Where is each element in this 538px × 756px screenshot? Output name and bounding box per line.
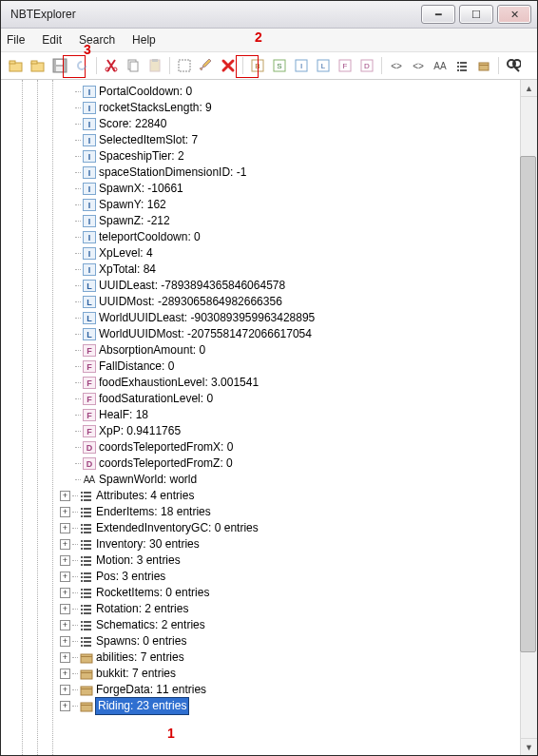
tree-node[interactable]: FAbsorptionAmount: 0 [1, 342, 537, 359]
tree-node[interactable]: FHealF: 18 [1, 407, 537, 423]
expand-icon[interactable]: + [60, 652, 70, 663]
tree-node[interactable]: +EnderItems: 18 entries [1, 504, 537, 520]
save-button[interactable] [50, 56, 69, 75]
menu-help[interactable]: Help [132, 33, 156, 47]
tag-intarray-button[interactable]: <> [409, 56, 428, 75]
tag-long-button[interactable]: L [314, 56, 333, 75]
tag-short-button[interactable]: S [270, 56, 289, 75]
scroll-thumb[interactable] [520, 156, 536, 652]
tree-node[interactable]: +Schematics: 2 entries [1, 617, 537, 633]
svg-rect-143 [84, 641, 91, 643]
delete-button[interactable] [219, 56, 238, 75]
tree-node[interactable]: DcoordsTeleportedFromZ: 0 [1, 456, 537, 472]
svg-rect-109 [84, 548, 91, 550]
scroll-up-button[interactable]: ▲ [521, 80, 537, 97]
svg-rect-140 [81, 637, 83, 639]
menu-edit[interactable]: Edit [42, 33, 62, 47]
rename-button[interactable] [175, 56, 194, 75]
tag-float-button[interactable]: F [336, 56, 355, 75]
refresh-button[interactable] [72, 56, 91, 75]
svg-text:<>: <> [391, 61, 402, 71]
scroll-down-button[interactable]: ▼ [521, 738, 537, 755]
window-minimize-button[interactable]: ━ [421, 5, 455, 24]
svg-rect-119 [84, 576, 91, 578]
expand-icon[interactable]: + [60, 507, 70, 517]
expand-icon[interactable]: + [60, 588, 70, 598]
expand-icon[interactable]: + [60, 669, 70, 679]
copy-button[interactable] [124, 56, 143, 75]
tag-string-button[interactable]: AA [431, 56, 450, 75]
expand-icon[interactable]: + [60, 555, 70, 566]
svg-text:F: F [86, 411, 92, 420]
tree-node[interactable]: +ExtendedInventoryGC: 0 entries [1, 520, 537, 536]
open-folder-button[interactable] [7, 56, 26, 75]
tree-node[interactable]: AASpawnWorld: world [1, 472, 537, 488]
tree-node[interactable]: IteleportCooldown: 0 [1, 229, 537, 245]
tree-node[interactable]: +RocketItems: 0 entries [1, 585, 537, 601]
open-folder2-button[interactable] [29, 56, 48, 75]
tree-node[interactable]: FfoodSaturationLevel: 0 [1, 391, 537, 407]
tree-node[interactable]: +Attributes: 4 entries [1, 488, 537, 504]
tree-node[interactable]: ISpawnX: -10661 [1, 181, 537, 197]
tree-node[interactable]: FFallDistance: 0 [1, 359, 537, 375]
tag-i-icon: I [82, 183, 96, 196]
window-close-button[interactable]: ✕ [497, 5, 531, 24]
tree-node[interactable]: +Inventory: 30 entries [1, 536, 537, 552]
tree-spacer [60, 426, 73, 436]
paste-button[interactable] [145, 56, 164, 75]
tree-node[interactable]: DcoordsTeleportedFromX: 0 [1, 439, 537, 456]
expand-icon[interactable]: + [60, 604, 70, 614]
tree-node[interactable]: ISpaceshipTier: 2 [1, 148, 537, 165]
tag-int-button[interactable]: I [292, 56, 311, 75]
tree-node[interactable]: +ForgeData: 11 entries [1, 682, 537, 698]
tree-node[interactable]: FfoodExhaustionLevel: 3.001541 [1, 375, 537, 391]
expand-icon[interactable]: + [60, 572, 70, 582]
window-maximize-button[interactable]: ☐ [459, 5, 493, 24]
node-label: SpawnY: 162 [99, 197, 166, 213]
tree-node[interactable]: ISelectedItemSlot: 7 [1, 132, 537, 148]
tag-compound-button[interactable] [474, 56, 493, 75]
tree-node[interactable]: IXpLevel: 4 [1, 245, 537, 262]
tree-node[interactable]: +abilities: 7 entries [1, 649, 537, 666]
expand-icon[interactable]: + [60, 620, 70, 630]
edit-button[interactable] [197, 56, 216, 75]
tree-node[interactable]: IScore: 22840 [1, 116, 537, 132]
tree-node[interactable]: LWorldUUIDLeast: -9030893959963428895 [1, 310, 537, 326]
svg-rect-29 [460, 62, 467, 64]
tree-node[interactable]: +Motion: 3 entries [1, 552, 537, 569]
tag-list-button[interactable] [452, 56, 471, 75]
node-label: rocketStacksLength: 9 [99, 100, 212, 116]
tree-node[interactable]: +Pos: 3 entries [1, 569, 537, 585]
expand-icon[interactable]: + [60, 539, 70, 550]
tree-node[interactable]: IXpTotal: 84 [1, 262, 537, 278]
expand-icon[interactable]: + [60, 491, 70, 501]
expand-icon[interactable]: + [60, 701, 70, 711]
tag-byte-button[interactable]: B [248, 56, 267, 75]
tree-node[interactable]: ISpawnY: 162 [1, 197, 537, 213]
tree-node[interactable]: +Spawns: 0 entries [1, 633, 537, 649]
expand-icon[interactable]: + [60, 636, 70, 647]
tree-node[interactable]: LUUIDMost: -2893065864982666356 [1, 294, 537, 310]
tree-node[interactable]: LUUIDLeast: -7893894365846064578 [1, 278, 537, 294]
tree-node[interactable]: IrocketStacksLength: 9 [1, 100, 537, 116]
tree-node[interactable]: LWorldUUIDMost: -2075581472066617054 [1, 326, 537, 342]
node-label: WorldUUIDMost: -2075581472066617054 [99, 326, 312, 342]
tag-double-button[interactable]: D [357, 56, 376, 75]
tree-node[interactable]: +bukkit: 7 entries [1, 666, 537, 682]
cut-button[interactable] [102, 56, 121, 75]
menu-file[interactable]: File [7, 33, 25, 47]
svg-rect-116 [81, 572, 83, 574]
find-button[interactable] [504, 56, 523, 75]
tree-node[interactable]: IspaceStationDimensionID: -1 [1, 165, 537, 181]
expand-icon[interactable]: + [60, 685, 70, 695]
tree-node[interactable]: IPortalCooldown: 0 [1, 84, 537, 100]
tree-node[interactable]: ISpawnZ: -212 [1, 213, 537, 229]
tree-node[interactable]: FXpP: 0.9411765 [1, 423, 537, 439]
expand-icon[interactable]: + [60, 523, 70, 533]
tree-node[interactable]: +Rotation: 2 entries [1, 601, 537, 617]
tag-bytearray-button[interactable]: <> [387, 56, 406, 75]
svg-text:I: I [300, 62, 302, 70]
tree-node[interactable]: +Riding: 23 entries [1, 698, 537, 714]
tree-view[interactable]: IPortalCooldown: 0IrocketStacksLength: 9… [1, 80, 537, 755]
vertical-scrollbar[interactable]: ▲ ▼ [520, 80, 537, 755]
